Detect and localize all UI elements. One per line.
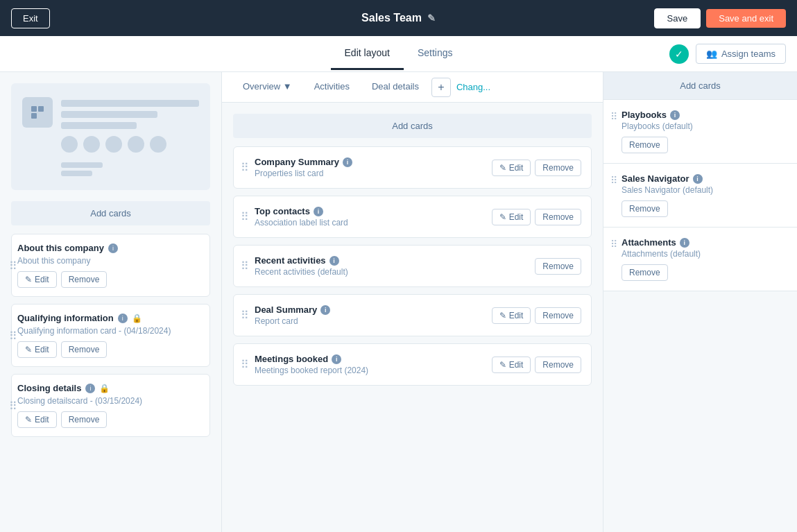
deal-summary-info: Deal Summary i Report card: [255, 304, 486, 326]
center-tab-add-button[interactable]: +: [431, 78, 451, 97]
recent-activities-info-icon[interactable]: i: [329, 256, 339, 266]
edit-pencil-icon-2: ✎: [25, 345, 32, 354]
nav-title: Sales Team ✎: [361, 12, 436, 24]
tab-edit-layout[interactable]: Edit layout: [331, 37, 404, 70]
company-summary-info-icon[interactable]: i: [343, 157, 352, 167]
right-panel: Add cards ⠿ Playbooks i Playbooks (defau…: [603, 72, 797, 532]
closing-edit-button[interactable]: ✎ Edit: [17, 411, 57, 428]
about-company-edit-button[interactable]: ✎ Edit: [17, 271, 57, 288]
playbooks-remove-button[interactable]: Remove: [622, 137, 668, 153]
closing-lock-icon: 🔒: [99, 384, 110, 393]
recent-activities-info: Recent activities i Recent activities (d…: [255, 255, 529, 277]
edit-title-icon[interactable]: ✎: [427, 12, 436, 24]
deal-summary-info-icon[interactable]: i: [320, 305, 330, 315]
company-summary-actions: ✎ Edit Remove: [492, 160, 581, 176]
tab-bar-right: ✓ 👥 Assign teams: [669, 44, 786, 64]
closing-remove-button[interactable]: Remove: [61, 411, 108, 428]
company-summary-info: Company Summary i Properties list card: [255, 157, 486, 178]
attachments-title: Attachments i: [622, 237, 787, 248]
qualifying-title: Qualifying information: [17, 313, 114, 323]
save-button[interactable]: Save: [654, 8, 701, 28]
preview-dot-lines: [61, 162, 199, 176]
top-contacts-edit-button[interactable]: ✎ Edit: [492, 209, 531, 225]
preview-dots: [61, 136, 199, 153]
deal-summary-actions: ✎ Edit Remove: [492, 307, 581, 324]
company-summary-edit-button[interactable]: ✎ Edit: [492, 160, 531, 176]
svg-rect-2: [38, 106, 44, 112]
qualifying-remove-button[interactable]: Remove: [61, 341, 108, 358]
preview-dot-1: [61, 136, 78, 153]
center-content: Add cards ⠿ Company Summary i Properties…: [222, 103, 603, 404]
meetings-booked-info-icon[interactable]: i: [332, 354, 341, 364]
about-company-remove-button[interactable]: Remove: [61, 271, 108, 288]
top-contacts-actions: ✎ Edit Remove: [492, 209, 581, 225]
recent-activities-actions: Remove: [535, 258, 581, 275]
tab-settings[interactable]: Settings: [404, 37, 467, 70]
playbooks-title: Playbooks i: [622, 110, 787, 120]
exit-button[interactable]: Exit: [11, 8, 50, 28]
assign-teams-button[interactable]: 👥 Assign teams: [696, 44, 786, 64]
center-tab-deal-details[interactable]: Deal details: [362, 74, 429, 100]
right-card-attachments: ⠿ Attachments i Attachments (default) Re…: [603, 228, 797, 291]
qualifying-info-icon[interactable]: i: [118, 314, 128, 323]
drag-handle-recent-activities[interactable]: ⠿: [241, 259, 249, 273]
svg-rect-1: [31, 113, 37, 119]
drag-handle-company-summary[interactable]: ⠿: [241, 161, 249, 174]
top-nav: Exit Sales Team ✎ Save Save and exit: [0, 0, 797, 36]
top-contacts-sub: Association label list card: [255, 218, 486, 228]
right-add-cards-button[interactable]: Add cards: [603, 72, 797, 100]
about-company-title: About this company: [17, 243, 104, 253]
drag-handle-closing[interactable]: ⠿: [9, 399, 17, 412]
about-company-info-icon[interactable]: i: [108, 243, 118, 253]
deal-summary-remove-button[interactable]: Remove: [535, 307, 581, 324]
deal-summary-edit-button[interactable]: ✎ Edit: [492, 307, 531, 324]
qualifying-subtitle: Qualifying information card - (04/18/202…: [17, 326, 201, 336]
preview-dot-5: [150, 136, 166, 153]
playbooks-body: Playbooks i Playbooks (default) Remove: [622, 110, 787, 153]
right-drag-sales-navigator[interactable]: ⠿: [610, 173, 617, 186]
right-drag-attachments[interactable]: ⠿: [610, 237, 617, 250]
qualifying-actions: ✎ Edit Remove: [17, 341, 201, 358]
edit-icon-mb: ✎: [499, 360, 506, 370]
deal-summary-title: Deal Summary i: [255, 304, 486, 315]
center-add-cards-button[interactable]: Add cards: [233, 114, 592, 138]
drag-handle-about-company[interactable]: ⠿: [9, 259, 17, 272]
drag-handle-deal-summary[interactable]: ⠿: [241, 309, 249, 322]
save-exit-button[interactable]: Save and exit: [706, 9, 786, 28]
drag-handle-top-contacts[interactable]: ⠿: [241, 210, 249, 223]
meetings-booked-remove-button[interactable]: Remove: [535, 357, 581, 373]
playbooks-info-icon[interactable]: i: [670, 110, 680, 120]
recent-activities-sub: Recent activities (default): [255, 267, 529, 277]
center-tab-activities[interactable]: Activities: [305, 74, 359, 100]
right-drag-playbooks[interactable]: ⠿: [610, 110, 617, 122]
closing-card-header: Closing details i 🔒: [17, 383, 201, 393]
recent-activities-remove-button[interactable]: Remove: [535, 258, 581, 275]
qualifying-edit-button[interactable]: ✎ Edit: [17, 341, 57, 358]
tab-bar: Edit layout Settings ✓ 👥 Assign teams: [0, 36, 797, 72]
sidebar-preview: [11, 83, 210, 190]
center-tab-change[interactable]: Chang...: [456, 82, 490, 92]
playbooks-sub: Playbooks (default): [622, 121, 787, 131]
page-title: Sales Team: [361, 12, 422, 24]
drag-handle-meetings-booked[interactable]: ⠿: [241, 358, 249, 371]
left-sidebar: Add cards ⠿ About this company i About t…: [0, 72, 222, 532]
edit-icon-ds: ✎: [499, 311, 506, 320]
attachments-remove-button[interactable]: Remove: [622, 264, 668, 281]
sidebar-add-cards-button[interactable]: Add cards: [11, 201, 210, 225]
company-summary-title: Company Summary i: [255, 157, 486, 167]
drag-handle-qualifying[interactable]: ⠿: [9, 329, 17, 342]
attachments-info-icon[interactable]: i: [680, 238, 689, 248]
sales-navigator-remove-button[interactable]: Remove: [622, 200, 668, 217]
company-summary-sub: Properties list card: [255, 169, 486, 178]
top-contacts-remove-button[interactable]: Remove: [535, 209, 581, 225]
center-tab-overview[interactable]: Overview ▼: [233, 74, 302, 100]
nav-actions: Save Save and exit: [654, 8, 786, 28]
sales-navigator-body: Sales Navigator i Sales Navigator (defau…: [622, 173, 787, 217]
closing-info-icon[interactable]: i: [85, 384, 95, 393]
center-card-recent-activities: ⠿ Recent activities i Recent activities …: [233, 245, 592, 287]
sales-navigator-info-icon[interactable]: i: [693, 174, 703, 184]
company-summary-remove-button[interactable]: Remove: [535, 160, 581, 176]
meetings-booked-edit-button[interactable]: ✎ Edit: [492, 357, 531, 373]
top-contacts-info-icon[interactable]: i: [314, 207, 323, 216]
sidebar-card-qualifying-info: ⠿ Qualifying information i 🔒 Qualifying …: [11, 304, 210, 367]
